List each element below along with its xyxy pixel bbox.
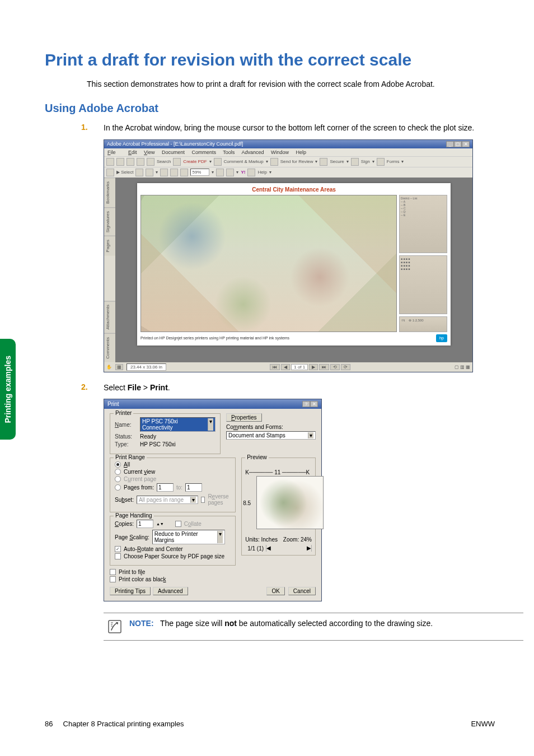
organizer-icon[interactable] [226, 169, 234, 176]
current-page-label: Current page [124, 476, 156, 482]
toolbar-comment[interactable]: Comment & Markup [224, 159, 264, 164]
zoomout-icon[interactable] [170, 169, 178, 176]
comment-icon[interactable] [214, 158, 222, 166]
dialog-window-controls[interactable]: ?✕ [302, 401, 318, 407]
copies-input[interactable]: 1 [137, 520, 153, 528]
prev-page-icon[interactable]: ◀ [281, 364, 290, 370]
acrobat-screenshot: Adobe Acrobat Professional - [E:\Launers… [104, 139, 495, 372]
current-view-label: Current view [124, 469, 155, 475]
printer-name-select[interactable]: HP PSC 750xi Connectivity▾ [140, 417, 216, 432]
zoom-icon[interactable] [146, 169, 153, 176]
fit-icon[interactable] [160, 169, 168, 176]
tab-pages[interactable]: Pages [104, 236, 115, 256]
properties-button[interactable]: Properties [226, 413, 262, 422]
sign-icon[interactable] [351, 158, 359, 166]
print-to-file-label: Print to file [119, 569, 145, 575]
pages-to-input[interactable]: 1 [185, 483, 202, 492]
rotate-icon[interactable] [216, 169, 224, 176]
menu-window[interactable]: Window [271, 150, 289, 155]
first-page-icon[interactable]: ⏮ [270, 364, 280, 370]
menu-edit[interactable]: Edit [128, 150, 137, 155]
page-scaling-label: Page Scaling: [115, 534, 149, 540]
menu-comments[interactable]: Comments [192, 150, 217, 155]
name-label: Name: [115, 422, 137, 428]
back-icon[interactable]: ⟲ [330, 364, 340, 370]
radio-current-view[interactable] [115, 469, 121, 475]
step-2-number: 2. [81, 382, 104, 394]
collate-checkbox[interactable] [175, 521, 181, 527]
footer-right: ENWW [471, 720, 495, 728]
toolbar-search-label[interactable]: Search [157, 159, 171, 164]
help-icon[interactable] [247, 169, 255, 176]
print-black-checkbox[interactable] [110, 576, 116, 582]
page-scaling-select[interactable]: Reduce to Printer Margins▾ [152, 530, 225, 544]
toolbar-forms[interactable]: Forms [387, 159, 400, 164]
note-text-a: The page size will [160, 619, 224, 628]
acrobat-toolbar-1[interactable]: Search Create PDF ▾ Comment & Markup ▾ S… [104, 156, 472, 167]
subset-select[interactable]: All pages in range▾ [137, 496, 198, 504]
layout-icons[interactable]: ▢ ▥ ▦ [455, 365, 470, 370]
toolbar-secure[interactable]: Secure [330, 159, 344, 164]
forms-icon[interactable] [377, 158, 385, 166]
tab-bookmarks[interactable]: Bookmarks [104, 178, 115, 207]
status-label: Status: [115, 433, 137, 440]
note-text-b: not [224, 619, 237, 628]
snapshot-icon[interactable] [135, 169, 143, 176]
tab-attachments[interactable]: Attachments [104, 301, 115, 333]
acrobat-toolbar-2[interactable]: ▶ Select ▾ 59% ▾ ▾ Y! Help ▾ [104, 167, 472, 178]
comments-forms-select[interactable]: Document and Stamps▾ [226, 431, 316, 440]
hand-icon[interactable] [106, 169, 114, 176]
chapter-label: Chapter 8 Practical printing examples [63, 720, 184, 728]
zoomin-icon[interactable] [180, 169, 188, 176]
fwd-icon[interactable]: ⟳ [341, 364, 350, 370]
tab-signatures[interactable]: Signatures [104, 207, 115, 236]
status-value: Ready [140, 433, 156, 440]
radio-pages-from[interactable] [115, 484, 121, 491]
menu-document[interactable]: Document [162, 150, 185, 155]
papersource-label: Choose Paper Source by PDF page size [124, 553, 224, 559]
toolbar-createpdf[interactable]: Create PDF [183, 159, 207, 164]
createpdf-icon[interactable] [173, 158, 181, 166]
radio-current-page[interactable] [115, 476, 121, 482]
send-icon[interactable] [270, 158, 278, 166]
toolbar-select[interactable]: ▶ Select [116, 170, 133, 175]
toolbar-send[interactable]: Send for Review [280, 159, 313, 164]
autorotate-checkbox[interactable] [115, 546, 121, 552]
cancel-button[interactable]: Cancel [288, 587, 316, 595]
acrobat-statusbar: ✋ ▦ 23.44 x 33.06 in ⏮ ◀ 1 of 1 ▶ ⏭ ⟲ ⟳ … [104, 362, 472, 372]
email-icon[interactable] [137, 158, 144, 166]
window-controls[interactable]: _▢✕ [446, 141, 470, 147]
map-legend-mid: ■ ■ ■ ■■ ■ ■ ■■ ■ ■ ■■ ■ ■ ■ [399, 255, 447, 314]
preview-units: Units: Inches [245, 536, 278, 543]
yahoo-icon[interactable]: Y! [241, 170, 245, 175]
printing-tips-button[interactable]: Printing Tips [110, 587, 151, 595]
next-page-icon[interactable]: ▶ [309, 364, 318, 370]
open-icon[interactable] [106, 158, 114, 166]
radio-all[interactable] [115, 461, 121, 468]
last-page-icon[interactable]: ⏭ [319, 364, 329, 370]
save-icon[interactable] [116, 158, 124, 166]
secure-icon[interactable] [320, 158, 327, 166]
search-icon[interactable] [147, 158, 154, 166]
toolbar-sign[interactable]: Sign [361, 159, 370, 164]
menu-view[interactable]: View [144, 150, 154, 155]
plot-title: Central City Maintenance Areas [140, 186, 447, 193]
zoom-level[interactable]: 59% [190, 169, 209, 176]
page-navigation[interactable]: ⏮ ◀ 1 of 1 ▶ ⏭ ⟲ ⟳ [270, 364, 350, 370]
print-to-file-checkbox[interactable] [110, 569, 116, 575]
intro-text: This section demonstrates how to print a… [87, 80, 495, 88]
menu-tools[interactable]: Tools [223, 150, 235, 155]
print-icon[interactable] [127, 158, 134, 166]
menu-file[interactable]: File [107, 150, 121, 155]
advanced-button[interactable]: Advanced [153, 587, 188, 595]
menu-advanced[interactable]: Advanced [241, 150, 264, 155]
acrobat-menubar[interactable]: File Edit View Document Comments Tools A… [104, 148, 472, 156]
preview-nav-buttons[interactable]: ◀▶ [266, 545, 312, 552]
pages-from-input[interactable]: 1 [157, 483, 174, 492]
ok-button[interactable]: OK [266, 587, 284, 595]
tab-comments[interactable]: Comments [104, 333, 115, 362]
reverse-checkbox[interactable] [201, 497, 205, 503]
menu-help[interactable]: Help [296, 150, 306, 155]
papersource-checkbox[interactable] [115, 553, 121, 559]
toolbar-help[interactable]: Help [257, 170, 266, 175]
